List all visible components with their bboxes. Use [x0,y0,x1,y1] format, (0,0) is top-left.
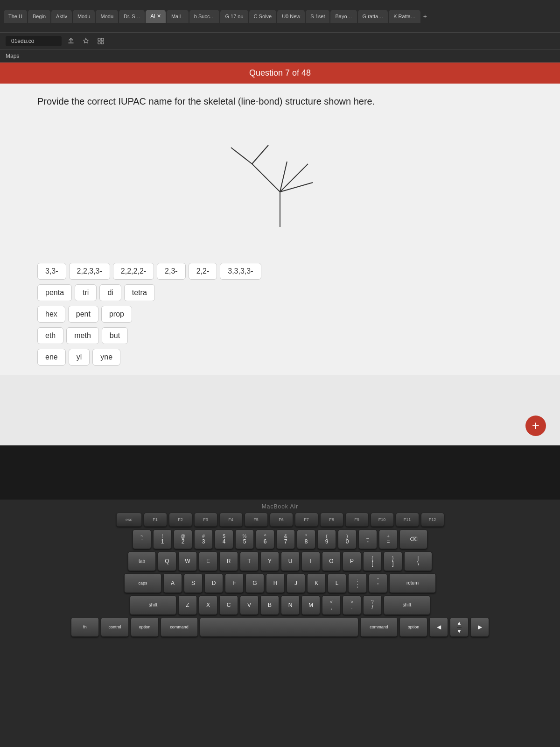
btn-pent[interactable]: pent [68,306,98,323]
key-t[interactable]: T [240,551,259,571]
key-l[interactable]: L [328,573,346,593]
tab-begin[interactable]: Begin [28,10,50,23]
key-9[interactable]: (9 [317,529,336,549]
key-r[interactable]: R [219,551,238,571]
key-arrow-left[interactable]: ◀ [429,617,448,637]
key-minus[interactable]: _- [358,529,377,549]
btn-penta[interactable]: penta [37,284,72,301]
key-0[interactable]: )0 [338,529,357,549]
key-f9[interactable]: F9 [345,513,369,527]
key-f1[interactable]: F1 [144,513,167,527]
key-c[interactable]: C [219,595,238,615]
key-1[interactable]: !1 [153,529,172,549]
key-s[interactable]: S [184,573,203,593]
key-o[interactable]: O [322,551,341,571]
key-space[interactable] [200,617,358,637]
tab-mail[interactable]: Mail - [167,10,189,23]
key-backslash[interactable]: |\ [404,551,432,571]
star-icon[interactable] [80,35,91,47]
key-v[interactable]: V [240,595,259,615]
key-slash[interactable]: ?/ [363,595,382,615]
share-icon[interactable] [65,35,77,47]
key-w[interactable]: W [178,551,197,571]
key-return[interactable]: return [389,573,436,593]
key-i[interactable]: I [301,551,320,571]
key-3[interactable]: #3 [194,529,213,549]
key-f4[interactable]: F4 [219,513,243,527]
key-k[interactable]: K [307,573,326,593]
btn-3-3-3-3[interactable]: 3,3,3,3- [220,263,261,280]
key-u[interactable]: U [281,551,300,571]
key-4[interactable]: $4 [215,529,233,549]
key-semicolon[interactable]: :; [348,573,367,593]
key-g[interactable]: G [245,573,264,593]
btn-2-3[interactable]: 2,3- [157,263,186,280]
btn-meth[interactable]: meth [66,327,99,344]
key-y[interactable]: Y [260,551,279,571]
key-e[interactable]: E [199,551,217,571]
key-caps[interactable]: caps [124,573,161,593]
tab-aktiv[interactable]: Aktiv [51,10,72,23]
key-esc[interactable]: esc [116,513,142,527]
key-f3[interactable]: F3 [194,513,217,527]
btn-yl[interactable]: yl [69,349,90,366]
key-z[interactable]: Z [178,595,197,615]
key-rbracket[interactable]: }] [384,551,402,571]
key-f11[interactable]: F11 [396,513,419,527]
key-lbracket[interactable]: {[ [363,551,382,571]
key-j[interactable]: J [287,573,305,593]
tab-bayo[interactable]: Bayo… [330,10,357,23]
key-option-r[interactable]: option [399,617,427,637]
btn-ene[interactable]: ene [37,349,66,366]
tab-ratta2[interactable]: K Ratta… [389,10,420,23]
btn-3-3[interactable]: 3,3- [37,263,66,280]
new-tab-button[interactable]: + [423,13,427,20]
key-f5[interactable]: F5 [245,513,268,527]
tab-succ[interactable]: b Succ… [189,10,220,23]
tab-17ou[interactable]: G 17 ou [220,10,248,23]
key-comma[interactable]: <, [322,595,341,615]
key-p[interactable]: P [343,551,361,571]
btn-tetra[interactable]: tetra [124,284,155,301]
btn-yne[interactable]: yne [92,349,120,366]
key-n[interactable]: N [281,595,300,615]
key-f6[interactable]: F6 [270,513,293,527]
key-q[interactable]: Q [158,551,176,571]
key-h[interactable]: H [266,573,285,593]
key-arrow-updown[interactable]: ▲ ▼ [450,617,469,637]
key-command-r[interactable]: command [360,617,398,637]
tab-ai[interactable]: AI ✕ [146,10,165,23]
key-6[interactable]: ^6 [256,529,274,549]
key-option-l[interactable]: option [131,617,159,637]
key-f2[interactable]: F2 [169,513,192,527]
key-7[interactable]: &7 [276,529,295,549]
key-f10[interactable]: F10 [371,513,394,527]
tab-1set[interactable]: S 1set [306,10,329,23]
tab-dr-s[interactable]: Dr. S… [119,10,145,23]
extensions-icon[interactable] [95,35,106,47]
btn-hex[interactable]: hex [37,306,65,323]
key-f8[interactable]: F8 [320,513,343,527]
bookmark-maps[interactable]: Maps [6,53,19,59]
tab-the-u[interactable]: The U [4,10,27,23]
btn-2-2-3-3[interactable]: 2,2,3,3- [69,263,110,280]
key-f12[interactable]: F12 [421,513,444,527]
key-arrow-right[interactable]: ▶ [470,617,489,637]
key-x[interactable]: X [199,595,217,615]
plus-button[interactable]: + [525,416,546,436]
key-backtick[interactable]: ~` [133,529,151,549]
key-period[interactable]: >. [343,595,361,615]
key-d[interactable]: D [204,573,223,593]
tab-modu-1[interactable]: Modu [73,10,95,23]
tab-solve[interactable]: C Solve [249,10,277,23]
key-fn[interactable]: fn [71,617,99,637]
btn-di[interactable]: di [99,284,121,301]
tab-modu-2[interactable]: Modu [96,10,118,23]
key-quote[interactable]: "' [369,573,387,593]
key-b[interactable]: B [260,595,279,615]
btn-prop[interactable]: prop [101,306,132,323]
key-delete[interactable]: ⌫ [399,529,427,549]
key-equals[interactable]: += [379,529,398,549]
key-2[interactable]: @2 [174,529,192,549]
btn-2-2-2-2[interactable]: 2,2,2,2- [113,263,154,280]
